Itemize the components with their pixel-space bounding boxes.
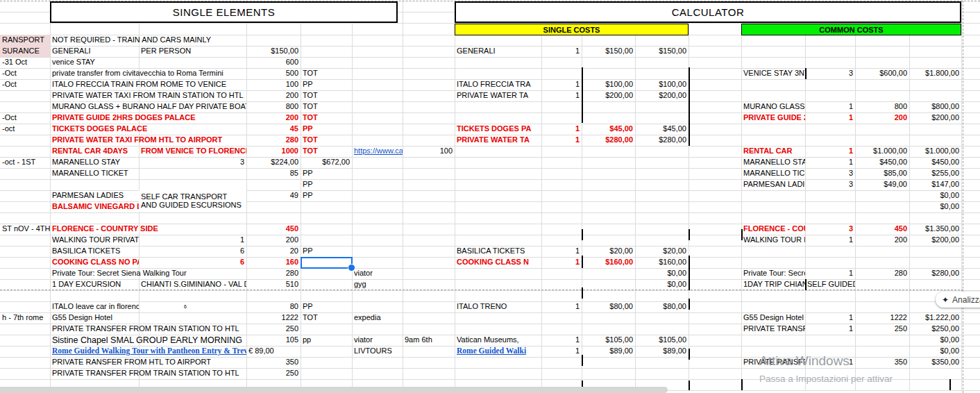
cell-B4[interactable]: private transfer from civitavecchia to R… — [50, 68, 246, 79]
cell-E5[interactable]: PP — [301, 79, 352, 90]
cell-O22[interactable]: 280 — [855, 268, 909, 279]
cell-B8[interactable]: PRIVATE GUIDE 2HRS DOGES PALACE — [50, 112, 246, 124]
cell-A1[interactable]: RANSPORT — [0, 35, 50, 46]
cell-H20[interactable]: BASILICA TICKETS — [455, 246, 541, 257]
cell-K21[interactable]: $160,00 — [635, 257, 688, 268]
cell-H5[interactable]: ITALO FRECCIA TRA — [455, 79, 541, 90]
cell-A4[interactable]: -Oct — [0, 68, 50, 79]
cell-K23[interactable]: $0,00 — [635, 279, 688, 290]
cell-M14[interactable]: PARMESAN LADIE — [741, 179, 805, 190]
cell-K25[interactable]: $80,00 — [635, 301, 688, 312]
cell-A26[interactable]: h - 7th rome — [0, 312, 50, 324]
cell-B22[interactable]: Private Tour: Secret Siena Walking Tour — [50, 268, 246, 279]
cell-N13[interactable]: 3 — [805, 168, 855, 179]
cell-I25[interactable]: 1 — [541, 301, 582, 312]
cell-A12[interactable]: -oct - 1ST — [0, 157, 50, 168]
cell-D18[interactable]: 450 — [246, 224, 301, 235]
explore-analizza-button[interactable]: ✦ Analizza — [936, 292, 980, 308]
cell-P12[interactable]: $450,00 — [909, 157, 961, 168]
cell-O30[interactable]: 350 — [855, 357, 909, 368]
cell-M7[interactable]: MURANO GLASS + — [741, 101, 805, 112]
cell-B29[interactable]: Rome Guided Walking Tour with Pantheon E… — [50, 346, 246, 357]
cell-B30[interactable]: PRIVATE RANSFER FROM HTL TO AIRPORT — [50, 357, 246, 368]
cell-D5[interactable]: 100 — [246, 79, 301, 90]
cell-B11[interactable]: RENTAL CAR 4DAYS — [50, 146, 139, 157]
cell-P16[interactable]: $0,00 — [909, 201, 961, 212]
cell-B23[interactable]: 1 DAY EXCURSION — [50, 279, 139, 290]
cell-D28[interactable]: 105 — [246, 335, 301, 346]
cell-I10[interactable]: 1 — [541, 135, 582, 146]
cell-G11[interactable]: 100 — [403, 146, 455, 157]
cell-F11[interactable]: https://www.carje — [352, 146, 403, 157]
cell-B28[interactable]: Sistine Chapel SMAL GROUP EARLY MORNING — [50, 335, 246, 346]
cell-C25[interactable]: 6 — [139, 301, 189, 312]
cell-K20[interactable]: $20,00 — [635, 246, 688, 257]
cell-E10[interactable]: TOT — [301, 135, 352, 146]
cell-N30[interactable]: 1 — [805, 357, 855, 368]
cell-K6[interactable]: $200,00 — [635, 90, 688, 101]
cell-E14[interactable]: PP — [301, 179, 352, 190]
cell-M26[interactable]: G55 Design Hotel — [741, 312, 805, 324]
cell-K5[interactable]: $100,00 — [635, 79, 688, 90]
cell-D30[interactable]: 350 — [246, 357, 301, 368]
cell-O26[interactable]: 1222 — [855, 312, 909, 324]
cell-D27[interactable]: 250 — [246, 324, 301, 335]
cell-B19[interactable]: WALKING TOUR PRIVATE F — [50, 235, 139, 246]
cell-N7[interactable]: 1 — [805, 101, 855, 112]
cell-J28[interactable]: $105,00 — [582, 335, 635, 346]
cell-F26[interactable]: expedia — [352, 312, 403, 324]
cell-P14[interactable]: $147,00 — [909, 179, 961, 190]
cell-E28[interactable]: pp — [301, 335, 352, 346]
cell-M11[interactable]: RENTAL CAR — [741, 146, 805, 157]
cell-J10[interactable]: $280,00 — [582, 135, 635, 146]
cell-N12[interactable]: 1 — [805, 157, 855, 168]
cell-J21[interactable]: $160,00 — [582, 257, 635, 268]
cell-C15[interactable]: SELF CAR TRANSPORT AND GUIDED ESCURSIONS — [139, 190, 246, 212]
cell-M22[interactable]: Private Tour: Secret — [741, 268, 805, 279]
cell-J5[interactable]: $100,00 — [582, 79, 635, 90]
cell-D19[interactable]: 200 — [246, 235, 301, 246]
cell-E20[interactable]: PP — [301, 246, 352, 257]
single-elements-header[interactable]: SINGLE ELEMENTS — [50, 1, 398, 23]
cell-K28[interactable]: $105,00 — [635, 335, 688, 346]
cell-G28[interactable]: 9am 6th — [403, 335, 455, 346]
cell-C20[interactable]: 6 — [139, 246, 246, 257]
cell-A3[interactable]: -31 Oct — [0, 57, 50, 68]
cell-J29[interactable]: $89,00 — [582, 346, 635, 357]
cell-I2[interactable]: 1 — [541, 46, 582, 57]
cell-M18[interactable]: FLORENCE - COU — [741, 224, 805, 235]
cell-F23[interactable]: gyg — [352, 279, 403, 290]
cell-E7[interactable]: TOT — [301, 101, 352, 112]
cell-O11[interactable]: $1.000,00 — [855, 146, 909, 157]
cell-M8[interactable]: PRIVATE GUIDE 2H — [741, 112, 805, 124]
cell-B9[interactable]: TICKETS DOGES PALACE — [50, 124, 246, 135]
cell-O12[interactable]: $450,00 — [855, 157, 909, 168]
cell-O4[interactable]: $600,00 — [855, 68, 909, 79]
cell-D6[interactable]: 200 — [246, 90, 301, 101]
cell-B12[interactable]: MARANELLO STAY — [50, 157, 139, 168]
horizontal-scrollbar[interactable] — [0, 387, 668, 393]
cell-D8[interactable]: 200 — [246, 112, 301, 124]
cell-I9[interactable]: 1 — [541, 124, 582, 135]
cell-D29[interactable]: € 89,00 — [246, 346, 301, 357]
cell-C2[interactable]: PER PERSON — [139, 46, 246, 57]
cell-H21[interactable]: COOKING CLASS N — [455, 257, 541, 268]
cell-F28[interactable]: viator — [352, 335, 403, 346]
cell-H10[interactable]: PRIVATE WATER TA — [455, 135, 541, 146]
cell-H2[interactable]: GENERALI — [455, 46, 541, 57]
cell-O19[interactable]: 200 — [855, 235, 909, 246]
cell-E6[interactable]: TOT — [301, 90, 352, 101]
cell-D4[interactable]: 500 — [246, 68, 301, 79]
cell-I21[interactable]: 1 — [541, 257, 582, 268]
cell-M27[interactable]: PRIVATE TRANSFE — [741, 324, 805, 335]
cell-E4[interactable]: TOT — [301, 68, 352, 79]
cell-C23[interactable]: CHIANTI S.GIMINIANO - VAL D'O — [139, 279, 246, 290]
cell-M19[interactable]: WALKING TOUR P — [741, 235, 805, 246]
cell-K29[interactable]: $89,00 — [635, 346, 688, 357]
cell-D9[interactable]: 45 — [246, 124, 301, 135]
cell-A5[interactable]: -Oct — [0, 79, 50, 90]
cell-O7[interactable]: 800 — [855, 101, 909, 112]
cell-B7[interactable]: MURANO GLASS + BURANO HALF DAY PRIVATE B… — [50, 101, 246, 112]
cell-J25[interactable]: $80,00 — [582, 301, 635, 312]
cell-B15[interactable]: PARMESAN LADIES — [50, 190, 139, 201]
